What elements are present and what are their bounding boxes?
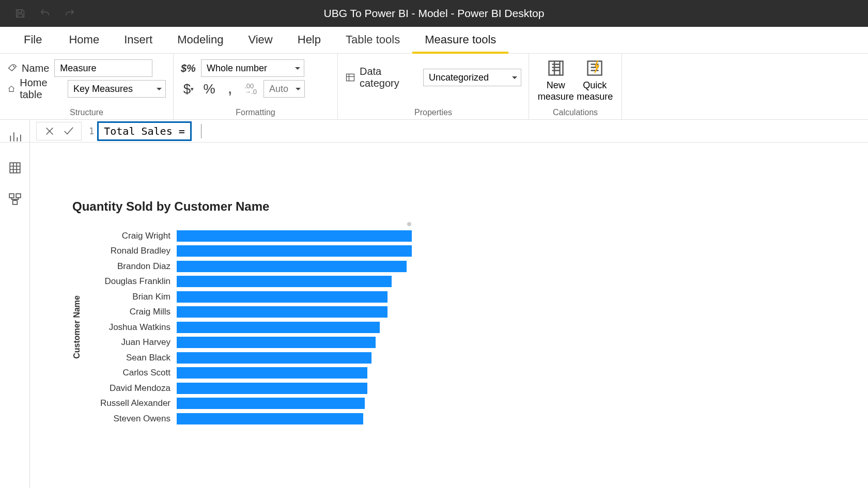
chart-bars: Craig WrightRonald BradleyBrandon DiazDo… xyxy=(85,228,413,427)
bar-track xyxy=(177,245,413,257)
save-icon[interactable] xyxy=(14,8,26,19)
currency-format-button[interactable]: $▾ xyxy=(181,81,196,97)
bar-row: Craig Wright xyxy=(85,228,413,244)
thousands-separator-button[interactable]: , xyxy=(222,81,238,97)
redo-icon[interactable] xyxy=(64,8,75,19)
bar-row: David Mendoza xyxy=(85,381,413,396)
svg-rect-1 xyxy=(549,61,563,75)
ribbon-group-formatting: $% Whole number $▾ % , .00→.0 Formatting xyxy=(174,54,338,119)
bar-fill[interactable] xyxy=(177,367,367,379)
svg-rect-6 xyxy=(12,200,17,204)
ribbon-group-calculations: New measure Quick measure Calculations xyxy=(529,54,622,119)
bar-label: Douglas Franklin xyxy=(85,276,177,287)
bar-track xyxy=(177,367,413,379)
bar-row: Sean Black xyxy=(85,350,413,366)
home-table-select[interactable]: Key Measures xyxy=(68,80,166,98)
bar-fill[interactable] xyxy=(177,291,388,303)
ribbon-group-structure: Name Home table Key Measures Structure xyxy=(0,54,174,119)
bar-row: Brandon Diaz xyxy=(85,259,413,274)
tab-help[interactable]: Help xyxy=(285,33,333,54)
tab-modeling[interactable]: Modeling xyxy=(165,33,236,54)
bar-label: Craig Mills xyxy=(85,307,177,317)
format-type-icon: $% xyxy=(181,62,196,74)
data-category-select[interactable]: Uncategorized xyxy=(423,69,521,86)
group-label-formatting: Formatting xyxy=(181,108,330,117)
tab-measure-tools[interactable]: Measure tools xyxy=(412,33,508,54)
bar-track xyxy=(177,291,413,303)
bar-track xyxy=(177,230,413,242)
bar-fill[interactable] xyxy=(177,230,412,242)
report-canvas[interactable]: Quantity Sold by Customer Name Customer … xyxy=(30,143,868,488)
formula-text[interactable]: Total Sales = xyxy=(97,121,192,141)
group-label-calculations: Calculations xyxy=(536,108,614,117)
svg-rect-2 xyxy=(588,61,602,75)
bar-label: Juan Harvey xyxy=(85,337,177,348)
bar-row: Joshua Watkins xyxy=(85,320,413,335)
bar-track xyxy=(177,322,413,333)
ribbon-spacer xyxy=(622,54,868,119)
bar-fill[interactable] xyxy=(177,337,376,348)
ribbon-tabs: File Home Insert Modeling View Help Tabl… xyxy=(0,27,868,54)
bar-fill[interactable] xyxy=(177,276,392,287)
bar-track xyxy=(177,276,413,287)
bar-track xyxy=(177,261,413,272)
formula-line-number: 1 xyxy=(89,126,94,136)
undo-icon[interactable] xyxy=(39,8,51,19)
cancel-formula-button[interactable] xyxy=(43,124,56,138)
tab-home[interactable]: Home xyxy=(56,33,112,54)
tab-table-tools[interactable]: Table tools xyxy=(333,33,412,54)
commit-formula-button[interactable] xyxy=(61,124,75,138)
quick-measure-button[interactable]: Quick measure xyxy=(576,56,615,102)
svg-rect-3 xyxy=(10,163,20,173)
data-view-button[interactable] xyxy=(7,160,23,176)
bar-label: Brian Kim xyxy=(85,292,177,302)
bar-label: Craig Wright xyxy=(85,231,177,241)
percent-format-button[interactable]: % xyxy=(202,81,217,97)
bar-label: Carlos Scott xyxy=(85,368,177,378)
bar-track xyxy=(177,413,413,424)
format-select[interactable]: Whole number xyxy=(201,59,304,77)
bar-track xyxy=(177,352,413,364)
bar-fill[interactable] xyxy=(177,352,371,364)
tab-view[interactable]: View xyxy=(236,33,285,54)
bar-label: Sean Black xyxy=(85,353,177,363)
bar-fill[interactable] xyxy=(177,398,365,409)
bar-label: David Mendoza xyxy=(85,383,177,393)
bar-fill[interactable] xyxy=(177,413,363,424)
bar-fill[interactable] xyxy=(177,383,367,394)
tab-insert[interactable]: Insert xyxy=(112,33,165,54)
home-table-label: Home table xyxy=(7,77,63,101)
svg-rect-5 xyxy=(16,194,21,198)
bar-row: Craig Mills xyxy=(85,305,413,320)
decimal-places-icon: .00→.0 xyxy=(243,81,258,97)
group-label-structure: Structure xyxy=(7,108,166,117)
tab-file[interactable]: File xyxy=(9,33,56,54)
bar-track xyxy=(177,337,413,348)
ribbon-group-properties: Data category Uncategorized Properties xyxy=(338,54,529,119)
bar-fill[interactable] xyxy=(177,322,380,333)
bar-label: Russell Alexander xyxy=(85,398,177,408)
view-switcher xyxy=(0,120,30,488)
bar-label: Ronald Bradley xyxy=(85,246,177,256)
new-measure-button[interactable]: New measure xyxy=(536,56,576,102)
scrollbar-thumb[interactable] xyxy=(407,222,411,226)
svg-rect-0 xyxy=(346,74,354,81)
ribbon: Name Home table Key Measures Structure $… xyxy=(0,54,868,120)
data-category-label: Data category xyxy=(345,66,418,89)
bar-fill[interactable] xyxy=(177,261,407,272)
model-view-button[interactable] xyxy=(7,191,23,207)
y-axis-title: Customer Name xyxy=(72,295,82,359)
bar-row: Carlos Scott xyxy=(85,366,413,381)
bar-fill[interactable] xyxy=(177,306,388,318)
bar-track xyxy=(177,383,413,394)
title-bar: UBG To Power BI - Model - Power BI Deskt… xyxy=(0,0,868,27)
svg-rect-4 xyxy=(9,194,14,198)
bar-chart-visual[interactable]: Quantity Sold by Customer Name Customer … xyxy=(72,199,413,427)
bar-row: Douglas Franklin xyxy=(85,274,413,290)
bar-label: Joshua Watkins xyxy=(85,322,177,333)
decimal-places-input[interactable] xyxy=(264,80,305,98)
measure-name-input[interactable] xyxy=(54,59,152,77)
bar-row: Ronald Bradley xyxy=(85,244,413,259)
bar-fill[interactable] xyxy=(177,245,412,257)
formula-bar: 1 Total Sales = xyxy=(0,120,868,143)
